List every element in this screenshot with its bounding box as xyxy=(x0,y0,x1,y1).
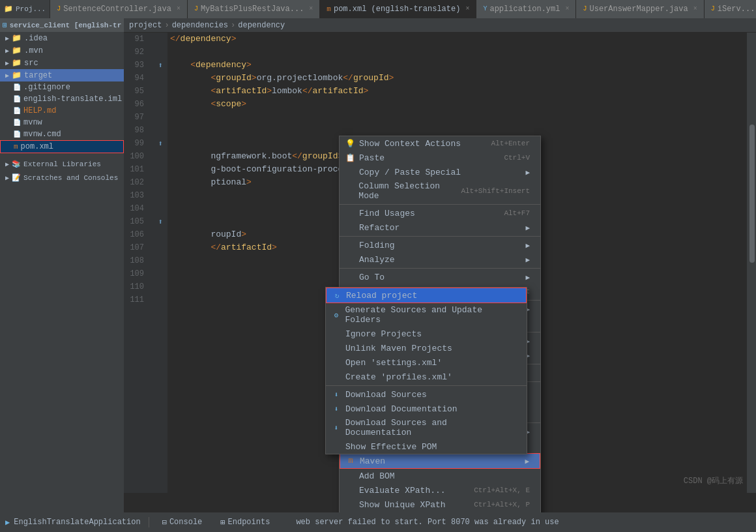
submenu-sep1 xyxy=(326,385,527,386)
ln-104: 104 xyxy=(124,202,148,215)
close-tab-1[interactable]: × xyxy=(177,5,181,12)
java-icon4: J xyxy=(711,5,715,12)
yml-icon: Y xyxy=(483,5,487,12)
menu-paste[interactable]: 📋 Paste Ctrl+V xyxy=(340,151,540,165)
ln-111: 111 xyxy=(124,293,148,306)
project-icon: 📁 xyxy=(4,5,13,13)
ln-105: 105 xyxy=(124,215,148,228)
ln-102: 102 xyxy=(124,176,148,189)
sep2 xyxy=(340,236,540,237)
maven-icon-sidebar: m xyxy=(14,143,18,151)
submenu-download-docs[interactable]: ⬇ Download Documentation xyxy=(326,402,527,416)
sidebar-item-mvnw-cmd[interactable]: 📄 mvnw.cmd xyxy=(0,128,124,140)
java-icon: J xyxy=(57,5,61,12)
code-line-97 xyxy=(170,111,747,124)
sidebar-item-help[interactable]: 📄 HELP.md xyxy=(0,105,124,117)
submenu-create-profiles[interactable]: Create 'profiles.xml' xyxy=(326,370,527,384)
content-area: ⊞ service_client [english-transl ▶ 📁 .id… xyxy=(0,18,756,512)
scratches-and-consoles[interactable]: ▶ 📝 Scratches and Consoles xyxy=(0,171,124,185)
menu-column-selection[interactable]: Column Selection Mode Alt+Shift+Insert xyxy=(340,179,540,203)
download-docs-icon: ⬇ xyxy=(331,404,342,414)
menu-add-bom[interactable]: Add BOM xyxy=(340,469,540,483)
close-tab-3[interactable]: × xyxy=(465,5,469,12)
tab-project[interactable]: 📁 Proj... xyxy=(0,0,50,18)
external-libraries[interactable]: ▶ 📚 External Libraries xyxy=(0,157,124,171)
analyze-icon xyxy=(345,254,355,265)
submenu-download-sources-docs[interactable]: ⬇ Download Sources and Documentation xyxy=(326,416,527,439)
sidebar-item-pom-xml[interactable]: m pom.xml xyxy=(0,140,124,153)
close-tab-4[interactable]: × xyxy=(565,5,569,12)
status-area: web server failed to start. Port 8070 wa… xyxy=(283,518,751,527)
ln-107: 107 xyxy=(124,241,148,254)
ln-93: 93 xyxy=(124,59,148,72)
sep3 xyxy=(340,268,540,269)
breadcrumb-project[interactable]: project xyxy=(129,21,162,30)
status-text: web server failed to start. Port 8070 wa… xyxy=(296,518,559,527)
breadcrumb-dependency[interactable]: dependency xyxy=(238,21,285,30)
tab-sentence-controller[interactable]: J SentenceController.java × xyxy=(50,0,188,18)
sidebar-item-mvnw[interactable]: 📄 mvnw xyxy=(0,117,124,128)
settings-icon xyxy=(331,357,342,368)
submenu-unlink-maven[interactable]: Unlink Maven Projects xyxy=(326,341,527,355)
close-tab-5[interactable]: × xyxy=(693,5,697,12)
gutter-icon-99[interactable]: ⬆ xyxy=(158,139,162,149)
sidebar-item-idea[interactable]: ▶ 📁 .idea xyxy=(0,32,124,44)
menu-show-unique-xpath[interactable]: Show Unique XPath Ctrl+Alt+X, P xyxy=(340,497,540,512)
java-icon3: J xyxy=(583,5,587,12)
sidebar-item-gitignore[interactable]: 📄 .gitignore xyxy=(0,81,124,93)
submenu-download-sources[interactable]: ⬇ Download Sources xyxy=(326,387,527,402)
project-header[interactable]: ⊞ service_client [english-transl xyxy=(0,18,124,32)
sidebar-item-mvn[interactable]: ▶ 📁 .mvn xyxy=(0,44,124,57)
submenu-open-settings[interactable]: Open 'settings.xml' xyxy=(326,355,527,370)
submenu-generate-sources[interactable]: ⚙ Generate Sources and Update Folders xyxy=(326,303,527,327)
menu-evaluate-xpath[interactable]: Evaluate XPath... Ctrl+Alt+X, E xyxy=(340,483,540,497)
ln-110: 110 xyxy=(124,280,148,293)
submenu-ignore-projects[interactable]: Ignore Projects xyxy=(326,327,527,341)
breadcrumb-dependencies[interactable]: dependencies xyxy=(172,21,228,30)
sidebar-item-iml[interactable]: 📄 english-translate.iml xyxy=(0,93,124,105)
sidebar-item-target[interactable]: ▶ 📁 target xyxy=(0,69,124,81)
folding-icon xyxy=(345,240,355,250)
submenu-reload-project[interactable]: ↻ Reload project xyxy=(326,288,527,303)
menu-folding[interactable]: Folding ▶ xyxy=(340,238,540,252)
tab-bar: 📁 Proj... J SentenceController.java × J … xyxy=(0,0,756,18)
scroll-thumb[interactable] xyxy=(749,125,755,263)
goto-icon xyxy=(345,272,355,282)
breadcrumb-sep2: › xyxy=(231,21,235,30)
generate-sources-icon: ⚙ xyxy=(331,310,341,320)
tab-user-answer-mapper[interactable]: J UserAnswerMapper.java × xyxy=(576,0,704,18)
close-tab-2[interactable]: × xyxy=(309,5,313,12)
menu-goto[interactable]: Go To ▶ xyxy=(340,270,540,284)
ln-91: 91 xyxy=(124,33,148,46)
scroll-gutter[interactable] xyxy=(747,33,756,493)
profiles-icon xyxy=(331,372,342,382)
ln-99: 99 xyxy=(124,137,148,150)
menu-analyze[interactable]: Analyze ▶ xyxy=(340,252,540,267)
submenu-show-effective-pom[interactable]: Show Effective POM xyxy=(326,439,527,454)
folder-icon-src: 📁 xyxy=(12,58,22,68)
gutter-icons: ⬆ ⬆ ⬆ xyxy=(153,33,167,493)
sidebar-item-src[interactable]: ▶ 📁 src xyxy=(0,57,124,69)
folder-icon-mvn: 📁 xyxy=(12,46,22,55)
gutter-icon-105[interactable]: ⬆ xyxy=(158,217,162,227)
sidebar: ⊞ service_client [english-transl ▶ 📁 .id… xyxy=(0,18,124,512)
gutter-icon-93[interactable]: ⬆ xyxy=(158,61,162,70)
ln-95: 95 xyxy=(124,85,148,98)
tab-pom-xml[interactable]: m pom.xml (english-translate) × xyxy=(320,0,476,18)
menu-show-context-actions[interactable]: 💡 Show Context Actions Alt+Enter xyxy=(340,136,540,151)
download-sources-icon: ⬇ xyxy=(331,389,342,400)
breadcrumb-bar: project › dependencies › dependency xyxy=(124,18,756,33)
menu-maven[interactable]: m Maven ▶ xyxy=(340,453,540,469)
ln-108: 108 xyxy=(124,254,148,267)
menu-copy-paste-special[interactable]: Copy / Paste Special ▶ xyxy=(340,165,540,179)
tab-iserv[interactable]: J iServ... xyxy=(705,0,756,18)
bottom-panel: ▶ EnglishTranslateApplication ⊟ Console … xyxy=(0,512,756,532)
tab-console[interactable]: ⊟ Console xyxy=(157,516,208,529)
xpath-icon xyxy=(345,485,355,495)
menu-find-usages[interactable]: Find Usages Alt+F7 xyxy=(340,206,540,220)
tab-application-yml[interactable]: Y application.yml × xyxy=(476,0,576,18)
console-icon: ⊟ xyxy=(162,518,167,527)
tab-endpoints[interactable]: ⊞ Endpoints xyxy=(215,516,275,529)
menu-refactor[interactable]: Refactor ▶ xyxy=(340,220,540,235)
tab-mybatis[interactable]: J MyBatisPlusRestJava... × xyxy=(188,0,320,18)
